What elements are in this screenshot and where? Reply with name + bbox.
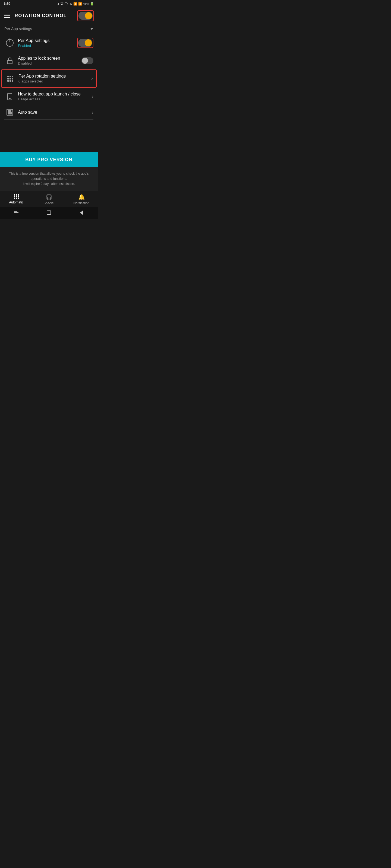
grid-icon (5, 76, 16, 82)
nav-recent-button[interactable] (11, 209, 22, 216)
gallery-icon: 🖼 (60, 2, 63, 5)
nav-back-button[interactable] (76, 209, 87, 216)
lock-screen-subtitle: Disabled (18, 61, 79, 65)
bottom-nav: Automatic 🎧 Special 🔔 Notification (0, 191, 98, 207)
lock-screen-title: Applies to lock screen (18, 56, 79, 61)
chevron-right-save-icon: › (92, 110, 93, 115)
signal-icon: 📶 (78, 2, 82, 6)
detect-launch-chevron: › (92, 94, 93, 99)
headphone-icon: 🎧 (46, 194, 52, 200)
per-app-rotation-subtitle: 0 apps selected (19, 79, 88, 83)
grid-nav-icon (14, 194, 19, 199)
per-app-rotation-inner: Per App rotation settings 0 apps selecte… (2, 70, 96, 87)
lock-icon (4, 58, 15, 64)
status-bar: 6:50 🗒 🖼 ⓘ N 📶 📶 41% 🔋 (0, 0, 98, 8)
phone-icon (4, 93, 15, 100)
save-icon (4, 109, 15, 116)
free-version-notice: This is a free version that allows you t… (0, 167, 98, 191)
setting-lock-screen[interactable]: Applies to lock screen Disabled (0, 52, 98, 69)
recent-apps-icon (14, 211, 19, 214)
status-time: 6:50 (4, 2, 10, 6)
detect-launch-subtitle: Usage access (18, 97, 89, 101)
chevron-right-icon: › (91, 76, 93, 82)
per-app-rotation-chevron: › (91, 76, 93, 82)
per-app-rotation-content: Per App rotation settings 0 apps selecte… (16, 74, 91, 83)
bell-icon: 🔔 (78, 194, 85, 200)
section-label[interactable]: Per App settings (0, 24, 98, 34)
nav-notification[interactable]: 🔔 Notification (65, 194, 98, 205)
buy-pro-label: BUY PRO VERSION (25, 157, 72, 162)
menu-button[interactable] (4, 14, 10, 18)
wifi-icon: 📶 (73, 2, 77, 6)
auto-save-title: Auto save (18, 110, 89, 115)
per-app-toggle[interactable] (78, 39, 92, 47)
chevron-down-icon (90, 28, 93, 30)
battery-icon: 🔋 (90, 2, 94, 6)
per-app-settings-toggle-wrapper (77, 38, 93, 48)
section-label-text: Per App settings (4, 27, 32, 31)
nfc-icon: N (70, 2, 72, 5)
per-app-settings-subtitle: Enabled (18, 44, 75, 48)
app-header: ROTATION CONTROL (0, 8, 98, 24)
power-icon (4, 39, 15, 46)
home-icon (47, 211, 51, 215)
per-app-settings-content: Per App settings Enabled (15, 38, 77, 48)
nav-notification-label: Notification (73, 201, 89, 205)
nav-automatic-label: Automatic (9, 200, 23, 204)
lock-screen-content: Applies to lock screen Disabled (15, 56, 81, 65)
detect-launch-title: How to detect app launch / close (18, 92, 89, 97)
auto-save-content: Auto save (15, 110, 92, 115)
file-icon: 🗒 (56, 2, 59, 5)
app-title: ROTATION CONTROL (15, 13, 66, 19)
info-icon: ⓘ (65, 2, 67, 6)
nav-automatic[interactable]: Automatic (0, 194, 33, 204)
battery-text: 41% (83, 2, 89, 5)
nav-special-label: Special (44, 201, 54, 205)
per-app-rotation-title: Per App rotation settings (19, 74, 88, 79)
buy-pro-button[interactable]: BUY PRO VERSION (0, 152, 98, 167)
header-left: ROTATION CONTROL (4, 13, 66, 19)
detect-launch-content: How to detect app launch / close Usage a… (15, 92, 92, 101)
lock-screen-toggle-wrapper (81, 57, 93, 64)
back-icon (80, 211, 83, 215)
setting-per-app-settings[interactable]: Per App settings Enabled (0, 34, 98, 52)
setting-detect-launch[interactable]: How to detect app launch / close Usage a… (0, 88, 98, 105)
status-icons: 🗒 🖼 ⓘ N 📶 📶 41% 🔋 (56, 2, 94, 6)
free-version-text: This is a free version that allows you t… (5, 171, 92, 187)
lock-screen-toggle[interactable] (81, 57, 93, 64)
auto-save-chevron: › (92, 110, 93, 115)
content-spacer (0, 120, 98, 152)
chevron-right-detect-icon: › (92, 94, 93, 99)
nav-special[interactable]: 🎧 Special (33, 194, 65, 205)
main-toggle[interactable] (79, 12, 92, 20)
per-app-settings-title: Per App settings (18, 38, 75, 43)
nav-home-button[interactable] (44, 209, 54, 216)
header-toggle-wrapper (77, 10, 94, 21)
setting-per-app-rotation[interactable]: Per App rotation settings 0 apps selecte… (1, 69, 97, 88)
system-nav (0, 207, 98, 219)
setting-auto-save[interactable]: Auto save › (0, 105, 98, 119)
